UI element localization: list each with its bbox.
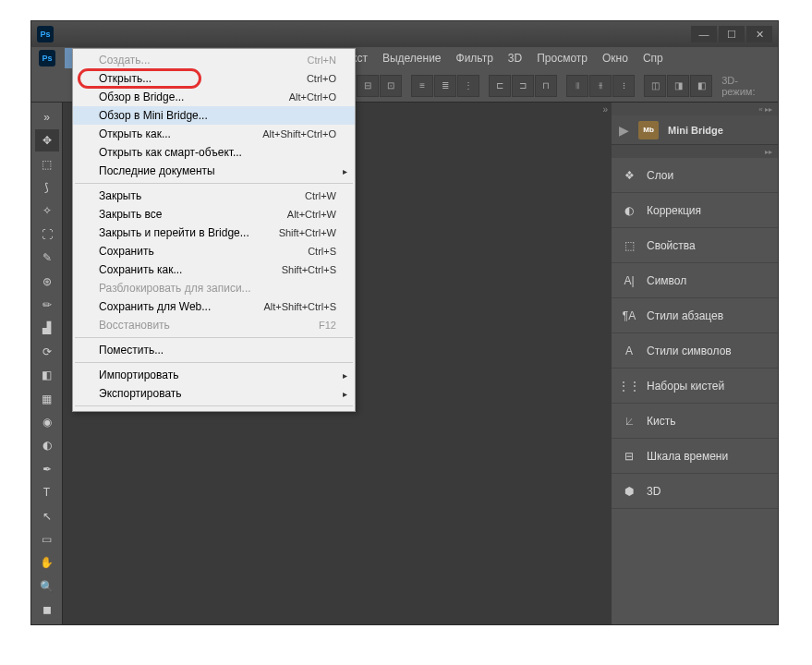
menu-item[interactable]: СохранитьCtrl+S <box>73 242 355 260</box>
menu-item-label: Экспортировать <box>99 387 336 400</box>
minimize-button[interactable]: — <box>691 26 717 42</box>
distribute-icon[interactable]: ≣ <box>434 75 456 97</box>
menu-item[interactable]: Открыть как смарт-объект... <box>73 143 355 162</box>
play-icon: ▶ <box>619 123 629 138</box>
character-styles-panel[interactable]: AСтили символов <box>612 333 778 369</box>
menu-item: ВосстановитьF12 <box>73 316 355 334</box>
maximize-button[interactable]: ☐ <box>719 26 745 42</box>
align-icon[interactable]: ⊐ <box>512 75 534 97</box>
mini-bridge-panel[interactable]: ▶ Mb Mini Bridge <box>612 115 778 145</box>
hand-tool[interactable]: ✋ <box>35 552 59 574</box>
menu-item[interactable]: ЗакрытьCtrl+W <box>73 187 355 205</box>
menu-window[interactable]: Окно <box>595 48 636 68</box>
marquee-tool[interactable]: ⬚ <box>35 153 59 175</box>
pen-tool[interactable]: ✒ <box>35 458 59 479</box>
menu-item-label: Закрыть все <box>99 208 287 221</box>
menu-item[interactable]: Сохранить как...Shift+Ctrl+S <box>73 260 355 279</box>
menu-select[interactable]: Выделение <box>375 48 449 68</box>
menu-item-label: Сохранить как... <box>99 263 282 276</box>
menu-item[interactable]: Экспортировать <box>73 384 355 403</box>
tools-panel: » ✥ ⬚ ⟆ ✧ ⛶ ✎ ⊛ ✏ ▟ ⟳ ◧ ▦ ◉ ◐ ✒ T ↖ ▭ ✋ … <box>31 103 63 624</box>
history-brush-tool[interactable]: ⟳ <box>35 341 59 362</box>
menu-item[interactable]: Последние документы <box>73 162 355 180</box>
photoshop-logo-icon: Ps <box>37 26 54 42</box>
align-icon[interactable]: ⊟ <box>357 75 379 97</box>
menu-separator <box>75 405 353 406</box>
menu-help[interactable]: Спр <box>636 48 671 68</box>
layers-panel[interactable]: ❖Слои <box>612 158 778 193</box>
align-icon[interactable]: ⊓ <box>535 75 557 97</box>
dodge-tool[interactable]: ◐ <box>35 435 59 456</box>
type-tool[interactable]: T <box>35 482 59 503</box>
brush-tool[interactable]: ✏ <box>35 294 59 315</box>
distribute-icon[interactable]: ⫶ <box>612 75 635 97</box>
ps-menu-icon[interactable]: Ps <box>39 50 55 66</box>
3d-mode-label: 3D-режим: <box>721 75 763 97</box>
distribute-icon[interactable]: ⫴ <box>566 75 588 97</box>
menu-item[interactable]: Импортировать <box>73 366 355 384</box>
menu-view[interactable]: Просмотр <box>529 48 595 68</box>
align-icon[interactable]: ⊡ <box>380 75 402 97</box>
menu-item-label: Поместить... <box>99 344 336 357</box>
3d-icon[interactable]: ◧ <box>690 75 712 97</box>
blur-tool[interactable]: ◉ <box>35 411 59 432</box>
chevron-right-icon[interactable]: » <box>602 104 608 115</box>
distribute-icon[interactable]: ⫵ <box>589 75 612 97</box>
3d-panel[interactable]: ⬢3D <box>612 474 778 509</box>
eyedropper-tool[interactable]: ✎ <box>35 247 59 268</box>
menu-item: Создать...Ctrl+N <box>73 51 355 69</box>
menu-item-label: Восстановить <box>99 319 319 332</box>
menu-item[interactable]: Обзор в Mini Bridge... <box>73 106 355 125</box>
menu-item-shortcut: Shift+Ctrl+W <box>279 227 336 238</box>
menu-item-label: Импортировать <box>99 369 336 381</box>
healing-brush-tool[interactable]: ⊛ <box>35 271 59 292</box>
gradient-tool[interactable]: ▦ <box>35 388 59 409</box>
menu-3d[interactable]: 3D <box>501 48 529 68</box>
align-icon[interactable]: ⊏ <box>489 75 511 97</box>
move-tool[interactable]: ✥ <box>35 129 59 151</box>
3d-icon[interactable]: ◫ <box>644 75 666 97</box>
menu-item[interactable]: Открыть...Ctrl+O <box>73 69 355 88</box>
menu-item-label: Сохранить <box>99 245 308 258</box>
timeline-panel[interactable]: ⊟Шкала времени <box>612 439 778 474</box>
clone-stamp-tool[interactable]: ▟ <box>35 318 59 339</box>
properties-panel[interactable]: ⬚Свойства <box>612 228 778 263</box>
distribute-icon[interactable]: ≡ <box>411 75 433 97</box>
menu-item[interactable]: Обзор в Bridge...Alt+Ctrl+O <box>73 88 355 106</box>
zoom-tool[interactable]: 🔍 <box>35 575 59 597</box>
brush-presets-icon: ⋮⋮ <box>621 378 637 394</box>
menu-separator <box>75 183 353 184</box>
eraser-tool[interactable]: ◧ <box>35 364 59 385</box>
path-selection-tool[interactable]: ↖ <box>35 505 59 526</box>
crop-tool[interactable]: ⛶ <box>35 224 59 245</box>
3d-icon[interactable]: ◨ <box>667 75 689 97</box>
cube-icon: ⬢ <box>621 483 637 500</box>
brush-presets-panel[interactable]: ⋮⋮Наборы кистей <box>612 369 778 404</box>
distribute-icon[interactable]: ⋮ <box>457 75 479 97</box>
brush-panel[interactable]: ⟀Кисть <box>612 404 778 439</box>
panel-collapse-bar[interactable]: « ▸▸ <box>612 103 778 115</box>
magic-wand-tool[interactable]: ✧ <box>35 200 59 222</box>
menu-item-shortcut: Alt+Ctrl+W <box>287 209 336 220</box>
foreground-background-colors[interactable]: ◼ <box>35 599 59 621</box>
adjustments-panel[interactable]: ◐Коррекция <box>612 193 778 228</box>
character-panel[interactable]: A|Символ <box>612 263 778 298</box>
shape-tool[interactable]: ▭ <box>35 528 59 550</box>
menu-item-label: Закрыть <box>99 189 305 202</box>
close-button[interactable]: ✕ <box>746 26 772 42</box>
collapse-arrows-icon[interactable]: » <box>35 106 59 127</box>
menu-item[interactable]: Поместить... <box>73 341 355 359</box>
menu-item[interactable]: Закрыть всеAlt+Ctrl+W <box>73 205 355 224</box>
panel-collapse-bar[interactable]: ▸▸ <box>612 145 778 158</box>
paragraph-styles-panel[interactable]: ¶AСтили абзацев <box>612 298 778 333</box>
layers-icon: ❖ <box>621 167 637 184</box>
menu-item[interactable]: Сохранить для Web...Alt+Shift+Ctrl+S <box>73 297 355 316</box>
lasso-tool[interactable]: ⟆ <box>35 176 59 198</box>
menu-filter[interactable]: Фильтр <box>449 48 501 68</box>
menu-item-label: Последние документы <box>99 164 336 177</box>
file-menu-dropdown: Создать...Ctrl+NОткрыть...Ctrl+OОбзор в … <box>72 48 356 412</box>
menu-item: Разблокировать для записи... <box>73 279 355 297</box>
menu-item[interactable]: Открыть как...Alt+Shift+Ctrl+O <box>73 125 355 143</box>
menu-item[interactable]: Закрыть и перейти в Bridge...Shift+Ctrl+… <box>73 224 355 242</box>
menu-item-shortcut: Ctrl+W <box>305 190 336 201</box>
